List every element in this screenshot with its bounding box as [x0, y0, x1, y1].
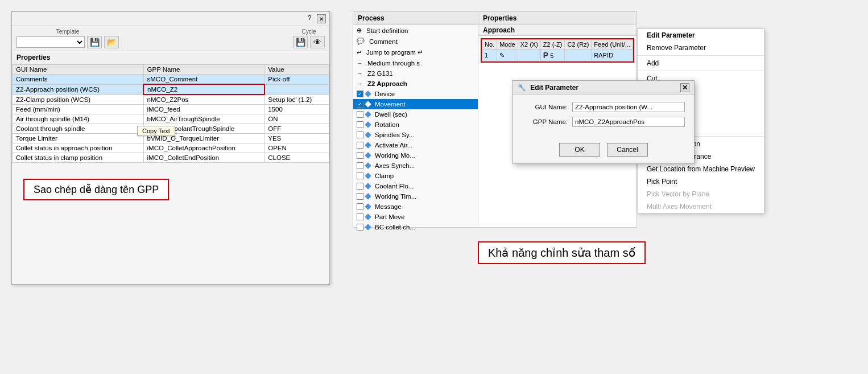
- gui-name-input[interactable]: [572, 102, 685, 112]
- process-checkbox[interactable]: [357, 183, 363, 190]
- process-checkbox[interactable]: [357, 172, 363, 179]
- process-item-label: Part Move: [375, 213, 404, 220]
- prop-table: No. Mode X2 (X) Z2 (-Z) C2 (Rz) Feed (Un…: [482, 39, 633, 61]
- diamond-icon: [365, 152, 371, 158]
- process-item[interactable]: Axes Synch...: [353, 161, 478, 171]
- properties-table-container: GUI Name GPP Name Value CommentssMCO_Com…: [12, 64, 329, 163]
- gpp-name-cell: iMCO_feed: [143, 105, 264, 114]
- process-item-label: Activate Air...: [375, 142, 412, 149]
- process-item[interactable]: Clamp: [353, 171, 478, 181]
- value-cell: [264, 84, 329, 94]
- process-checkbox[interactable]: [357, 142, 363, 149]
- process-checkbox[interactable]: [357, 203, 363, 210]
- diamond-icon: [365, 142, 371, 148]
- ok-button[interactable]: OK: [559, 143, 600, 157]
- prop-cell-c2: [565, 50, 592, 61]
- process-list: ⊕Start definition💬Comment↵Jump to progra…: [353, 25, 478, 232]
- context-menu-item: Multi Axes Movement: [638, 200, 764, 213]
- process-item[interactable]: Message: [353, 202, 478, 212]
- context-menu-item[interactable]: Remove Parameter: [638, 42, 764, 54]
- diamond-icon: [365, 183, 371, 189]
- col-gui-name: GUI Name: [13, 65, 144, 75]
- process-checkbox[interactable]: ✓: [357, 91, 363, 97]
- process-checkbox[interactable]: [357, 213, 363, 220]
- gui-name-cell: Torque Limiter: [13, 134, 144, 143]
- process-icon: ⊕: [357, 27, 362, 34]
- process-checkbox[interactable]: [357, 162, 363, 169]
- toolbar-row: Template 💾 📂 Cycle 💾 👁: [12, 26, 329, 51]
- cycle-save-icon[interactable]: 💾: [293, 36, 308, 48]
- template-dropdown[interactable]: [16, 36, 85, 48]
- edit-param-dialog-overlay: 🔧 Edit Parameter ✕ GUI Name: GPP N: [512, 80, 695, 164]
- process-checkbox[interactable]: [357, 152, 363, 159]
- process-item-label: Clamp: [375, 172, 394, 179]
- col-feed: Feed (Unit/...: [592, 40, 633, 50]
- diamond-icon: [365, 111, 371, 117]
- col-mode: Mode: [497, 40, 518, 50]
- process-item[interactable]: Rotation: [353, 120, 478, 130]
- dialog-close-btn[interactable]: ✕: [680, 83, 689, 92]
- process-checkbox[interactable]: [357, 131, 363, 138]
- process-item[interactable]: ✓Device: [353, 89, 478, 99]
- props-header: Properties: [12, 51, 329, 64]
- process-item[interactable]: Activate Air...: [353, 140, 478, 150]
- gpp-name-input[interactable]: [572, 117, 685, 127]
- context-menu-item[interactable]: Pick Point: [638, 175, 764, 188]
- process-icon: →: [357, 70, 363, 77]
- window-titlebar: ? ✕: [12, 12, 329, 26]
- gui-name-cell: Collet status in clamp position: [13, 153, 144, 163]
- col-x2: X2 (X): [518, 40, 540, 50]
- process-item[interactable]: Spindles Sy...: [353, 130, 478, 140]
- process-item-label: Spindles Sy...: [375, 131, 414, 138]
- process-checkbox[interactable]: [357, 224, 363, 231]
- cancel-button[interactable]: Cancel: [607, 143, 648, 157]
- process-item-label: Working Tim...: [375, 193, 416, 200]
- prop-cell-z2: P 5: [540, 50, 565, 61]
- process-checkbox[interactable]: [357, 193, 363, 200]
- cycle-section: Cycle 💾 👁: [293, 28, 325, 48]
- gpp-name-cell: iMCO_ColletEndPosition: [143, 153, 264, 163]
- process-icon: →: [357, 80, 363, 87]
- diamond-icon: [365, 203, 371, 209]
- context-menu-item[interactable]: Edit Parameter: [638, 29, 764, 42]
- question-btn[interactable]: ?: [308, 14, 311, 23]
- process-item[interactable]: →Medium through s: [353, 58, 478, 68]
- process-item[interactable]: →Z2 Approach: [353, 79, 478, 89]
- process-item[interactable]: ✓Movement: [353, 99, 478, 109]
- process-item-label: Z2 G131: [367, 70, 393, 77]
- process-item[interactable]: Working Mo...: [353, 150, 478, 161]
- process-checkbox[interactable]: [357, 111, 363, 118]
- context-menu-item[interactable]: Add: [638, 57, 764, 69]
- process-checkbox[interactable]: [357, 121, 363, 128]
- process-item[interactable]: Working Tim...: [353, 191, 478, 202]
- close-btn[interactable]: ✕: [317, 14, 326, 23]
- process-item[interactable]: Dwell (sec): [353, 109, 478, 120]
- value-cell: YES: [264, 134, 329, 143]
- process-item[interactable]: Coolant Flo...: [353, 181, 478, 191]
- folder-icon[interactable]: 📂: [104, 36, 119, 48]
- process-item-label: Jump to program ↵: [366, 48, 423, 56]
- process-item[interactable]: BC collet ch...: [353, 222, 478, 232]
- context-menu-separator: [638, 55, 764, 56]
- process-item-label: Device: [375, 91, 395, 97]
- process-item[interactable]: Part Move: [353, 212, 478, 222]
- cycle-eye-icon[interactable]: 👁: [310, 36, 325, 48]
- process-item[interactable]: 💬Comment: [353, 36, 478, 47]
- process-checkbox[interactable]: ✓: [357, 101, 363, 108]
- process-item[interactable]: ⊕Start definition: [353, 25, 478, 36]
- gpp-name-label: GPP Name:: [522, 118, 568, 125]
- process-icon: 💬: [357, 38, 365, 45]
- context-menu-item[interactable]: Get Location from Machine Preview: [638, 163, 764, 175]
- gpp-name-cell: bMCO_AirTroughSpindle: [143, 114, 264, 124]
- dialog-buttons: OK Cancel: [513, 138, 694, 163]
- gui-name-cell: Z2-Approach position (WCS): [13, 84, 144, 94]
- gui-name-cell: Collet status in approach position: [13, 143, 144, 153]
- process-item[interactable]: ↵Jump to program ↵: [353, 47, 478, 58]
- process-item-label: Message: [375, 203, 402, 210]
- dialog-title-row: 🔧 Edit Parameter: [518, 84, 578, 92]
- save-icon[interactable]: 💾: [87, 36, 102, 48]
- properties-table: GUI Name GPP Name Value CommentssMCO_Com…: [12, 64, 329, 163]
- process-icon: →: [357, 60, 363, 67]
- process-item[interactable]: →Z2 G131: [353, 68, 478, 79]
- col-value: Value: [264, 65, 329, 75]
